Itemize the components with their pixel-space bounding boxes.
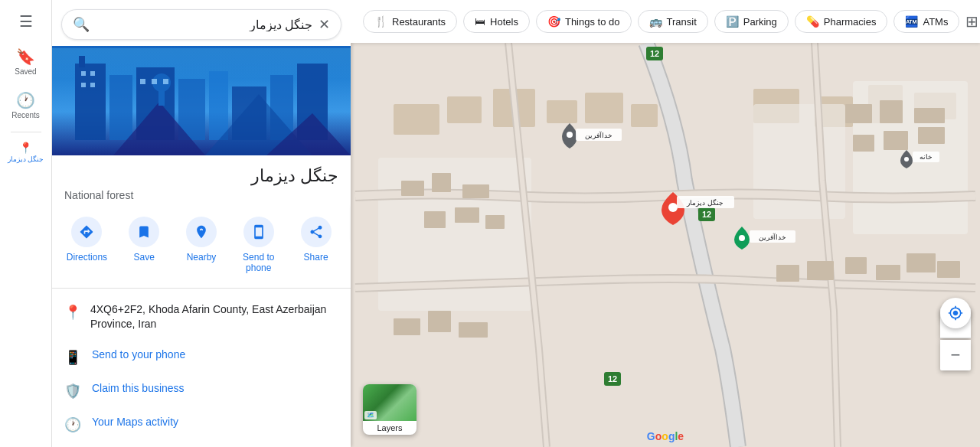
- chip-pharmacies-label: Pharmacies: [824, 16, 877, 28]
- chip-atms[interactable]: 🏧 ATMs: [893, 10, 959, 33]
- send-to-phone-button[interactable]: Send to phone: [230, 212, 287, 279]
- place-name: جنگل دیزمار: [64, 166, 338, 186]
- things-icon: 🎯: [547, 15, 560, 28]
- chip-parking[interactable]: 🅿️ Parking: [714, 10, 789, 33]
- search-input[interactable]: [96, 18, 312, 31]
- svg-rect-6: [209, 71, 228, 140]
- svg-text:12: 12: [702, 210, 711, 219]
- restaurants-icon: 🍴: [374, 15, 387, 28]
- svg-rect-28: [585, 93, 623, 123]
- svg-point-72: [739, 235, 745, 241]
- phone-row-icon: 📱: [64, 349, 81, 366]
- recents-label: Recents: [11, 111, 40, 119]
- share-button[interactable]: Share: [287, 212, 345, 279]
- sidebar: ☰ 🔖 Saved 🕐 Recents 📍 جنگل دیزمار: [0, 0, 52, 447]
- location-icon: 📍: [19, 142, 32, 154]
- map-area[interactable]: 🍴 Restaurants 🛏 Hotels 🎯 Things to do 🚌 …: [351, 0, 980, 447]
- sidebar-item-menu[interactable]: ☰: [3, 6, 49, 38]
- svg-rect-41: [455, 207, 479, 223]
- chip-parking-label: Parking: [743, 16, 777, 28]
- layers-label: Layers: [363, 421, 416, 435]
- share-icon: [301, 217, 332, 247]
- share-label: Share: [304, 252, 328, 263]
- directions-button[interactable]: Directions: [58, 212, 116, 279]
- layers-thumbnail: 🗺️: [363, 384, 416, 421]
- place-info: جنگل دیزمار National forest: [52, 155, 351, 209]
- svg-rect-40: [424, 211, 446, 228]
- gps-button[interactable]: [940, 298, 971, 328]
- hero-image: [52, 46, 351, 155]
- svg-rect-52: [876, 265, 900, 280]
- svg-text:خداآفرین: خداآفرین: [759, 233, 786, 242]
- svg-rect-14: [158, 90, 165, 106]
- svg-rect-24: [394, 104, 439, 135]
- svg-text:خداآفرین: خداآفرین: [585, 131, 612, 140]
- chip-pharmacies[interactable]: 💊 Pharmacies: [795, 10, 888, 33]
- chip-transit-label: Transit: [667, 16, 697, 28]
- svg-rect-27: [547, 100, 577, 123]
- zoom-out-button[interactable]: −: [940, 340, 971, 370]
- svg-rect-46: [853, 135, 874, 152]
- atms-icon: 🏧: [905, 15, 918, 28]
- activity-icon: 🕐: [64, 416, 81, 433]
- maps-activity-text: Your Maps activity: [92, 415, 178, 430]
- send-to-phone-text: Send to your phone: [92, 347, 185, 363]
- send-to-phone-icon: [243, 217, 274, 247]
- map-background: 12 12 12 خداآفرین جنگل دیزمار: [351, 43, 980, 447]
- bookmark-icon: 🔖: [16, 47, 35, 66]
- svg-rect-18: [90, 83, 95, 87]
- svg-rect-55: [394, 318, 420, 335]
- chip-restaurants[interactable]: 🍴 Restaurants: [363, 10, 457, 33]
- info-list: 📍 4XQ6+2F2, Khoda Afarin County, East Az…: [52, 289, 351, 447]
- send-to-phone-label: Send to phone: [233, 252, 284, 274]
- svg-text:12: 12: [608, 374, 617, 383]
- svg-rect-19: [140, 79, 145, 84]
- svg-rect-38: [432, 173, 451, 192]
- address-icon: 📍: [64, 304, 80, 321]
- app-grid-button[interactable]: ⊞: [965, 12, 978, 31]
- chip-hotels[interactable]: 🛏 Hotels: [463, 10, 530, 33]
- search-icon[interactable]: 🔍: [73, 16, 90, 33]
- close-icon[interactable]: ✕: [318, 16, 330, 33]
- claim-business-text: Claim this business: [92, 381, 185, 396]
- sidebar-item-saved[interactable]: 🔖 Saved: [3, 41, 49, 82]
- hotels-icon: 🛏: [475, 15, 485, 28]
- address-row[interactable]: 📍 4XQ6+2F2, Khoda Afarin County, East Az…: [52, 295, 351, 340]
- saved-label: Saved: [15, 67, 36, 76]
- transit-icon: 🚌: [649, 15, 662, 28]
- svg-point-75: [904, 157, 909, 162]
- save-button[interactable]: Save: [116, 212, 173, 279]
- claim-business-row[interactable]: 🛡️ Claim this business: [52, 374, 351, 407]
- svg-rect-16: [90, 71, 95, 76]
- svg-point-65: [567, 132, 573, 138]
- svg-point-69: [668, 203, 678, 212]
- svg-rect-47: [884, 131, 908, 150]
- svg-rect-17: [81, 83, 86, 87]
- place-type: National forest: [64, 189, 338, 201]
- chip-things-to-do[interactable]: 🎯 Things to do: [536, 10, 632, 33]
- pharmacies-icon: 💊: [806, 15, 819, 28]
- chip-transit[interactable]: 🚌 Transit: [638, 10, 708, 33]
- svg-rect-39: [462, 184, 489, 198]
- nearby-button[interactable]: Nearby: [173, 212, 230, 279]
- search-input-wrap: 🔍 ✕: [61, 9, 341, 40]
- svg-rect-44: [880, 100, 903, 123]
- svg-rect-51: [845, 257, 867, 274]
- google-logo: Google: [647, 430, 684, 442]
- svg-rect-2: [79, 56, 85, 67]
- svg-rect-3: [109, 75, 132, 140]
- svg-rect-37: [401, 181, 424, 196]
- sidebar-item-location[interactable]: 📍 جنگل دیزمار: [3, 135, 49, 169]
- chip-things-label: Things to do: [565, 16, 620, 28]
- svg-rect-25: [447, 96, 482, 123]
- svg-rect-54: [937, 261, 960, 278]
- layers-button[interactable]: 🗺️ Layers: [363, 384, 416, 435]
- action-buttons: Directions Save Nearby Send to phone Sha…: [52, 209, 351, 289]
- svg-text:12: 12: [650, 49, 659, 58]
- chip-hotels-label: Hotels: [490, 16, 518, 28]
- maps-activity-row[interactable]: 🕐 Your Maps activity: [52, 407, 351, 441]
- send-to-phone-row[interactable]: 📱 Send to your phone: [52, 340, 351, 374]
- svg-rect-48: [918, 127, 945, 144]
- save-icon: [129, 217, 159, 247]
- sidebar-item-recents[interactable]: 🕐 Recents: [3, 85, 49, 126]
